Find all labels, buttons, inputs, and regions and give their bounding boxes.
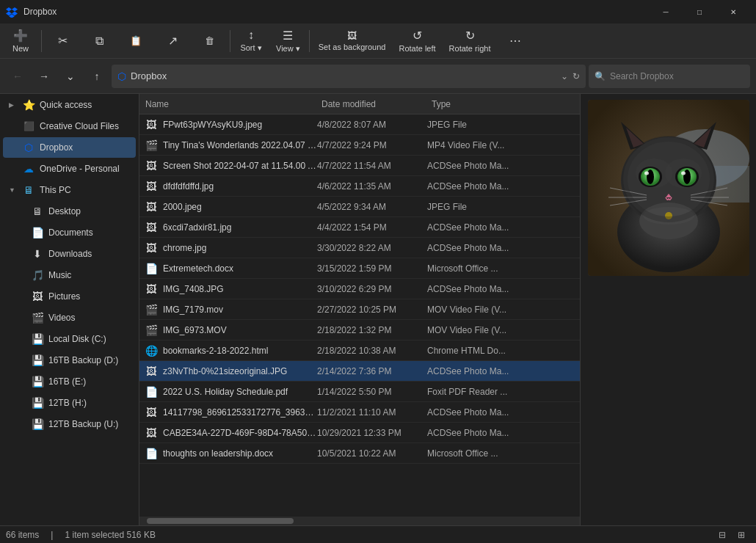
set-background-button[interactable]: 🖼 Set as background: [313, 25, 392, 57]
col-type-label: Type: [432, 99, 451, 109]
new-icon: ➕: [13, 29, 28, 43]
address-chevron-icon[interactable]: ⌄: [561, 71, 568, 81]
sidebar-item-videos[interactable]: 🎬 Videos: [3, 307, 136, 328]
search-box[interactable]: 🔍 Search Dropbox: [589, 65, 750, 88]
item-count: 66 items: [6, 530, 39, 540]
table-row[interactable]: 📄 Extremetech.docx 3/15/2022 1:59 PM Mic…: [139, 258, 580, 279]
col-header-type[interactable]: Type: [426, 94, 580, 114]
sort-label: Sort ▾: [240, 43, 261, 53]
refresh-icon[interactable]: ↻: [573, 71, 580, 81]
up-button[interactable]: ↑: [85, 65, 109, 88]
downloads-icon: ⬇: [31, 248, 44, 260]
table-row[interactable]: 🖼 2000.jpeg 4/5/2022 9:34 AM JPEG File: [139, 197, 580, 217]
back-button[interactable]: ←: [6, 65, 29, 88]
desktop-icon: 🖥: [31, 205, 44, 217]
quick-access-icon: ⭐: [22, 99, 35, 111]
sidebar-item-local-disk-c[interactable]: 💾 Local Disk (C:): [3, 329, 136, 349]
view-button[interactable]: ☰ View ▾: [270, 25, 306, 57]
table-row[interactable]: 📄 2022 U.S. Holiday Schedule.pdf 1/14/20…: [139, 382, 580, 402]
maximize-button[interactable]: □: [683, 0, 716, 23]
cc-icon: ⬛: [22, 121, 35, 131]
file-name: CAB2E34A-227D-469F-98D4-78A50D909E...: [163, 428, 317, 438]
expand-button[interactable]: ⌄: [59, 65, 82, 88]
new-button[interactable]: ➕ New: [3, 25, 38, 57]
col-date-label: Date modified: [321, 99, 376, 109]
col-header-name[interactable]: Name: [139, 94, 316, 114]
file-date: 10/5/2021 10:22 AM: [317, 448, 427, 459]
table-row[interactable]: 🖼 14117798_869612533172776_39635049254..…: [139, 402, 580, 423]
table-row[interactable]: 📄 thoughts on leadership.docx 10/5/2021 …: [139, 443, 580, 464]
file-date: 3/10/2022 6:29 PM: [317, 284, 427, 294]
cat-preview-svg: [588, 100, 749, 276]
table-row[interactable]: 🖼 Screen Shot 2022-04-07 at 11.54.00 AM.…: [139, 156, 580, 176]
sidebar-item-drive-e[interactable]: 💾 16TB (E:): [3, 371, 136, 392]
view-icon: ☰: [283, 29, 293, 43]
sidebar-item-quick-access[interactable]: ▶ ⭐ Quick access: [3, 95, 136, 115]
table-row[interactable]: 🖼 IMG_7408.JPG 3/10/2022 6:29 PM ACDSee …: [139, 279, 580, 299]
horizontal-scrollbar[interactable]: [139, 517, 580, 525]
sidebar-item-pictures[interactable]: 🖼 Pictures: [3, 286, 136, 307]
sidebar-label-backup-d: 16TB Backup (D:): [48, 355, 130, 365]
copy-icon: ⧉: [95, 34, 103, 48]
file-name: Screen Shot 2022-04-07 at 11.54.00 AM.p.…: [163, 161, 317, 171]
col-header-date[interactable]: Date modified: [316, 94, 426, 114]
paste-icon: 📋: [130, 35, 142, 46]
grid-view-button[interactable]: ⊞: [733, 528, 750, 542]
address-dropbox-icon: ⬡: [117, 70, 126, 82]
share-button[interactable]: ↗: [155, 25, 190, 57]
more-button[interactable]: ⋯: [498, 25, 533, 57]
copy-button[interactable]: ⧉: [81, 25, 117, 57]
table-row[interactable]: 🌐 bookmarks-2-18-2022.html 2/18/2022 10:…: [139, 340, 580, 361]
sidebar-label-quick-access: Quick access: [40, 100, 130, 110]
file-name: Extremetech.docx: [163, 263, 317, 274]
sidebar-item-creative-cloud[interactable]: ⬛ Creative Cloud Files: [3, 116, 136, 136]
table-row[interactable]: 🖼 FPwt63pWYAsyKU9.jpeg 4/8/2022 8:07 AM …: [139, 114, 580, 135]
table-row[interactable]: 🎬 IMG_7179.mov 2/27/2022 10:25 PM MOV Vi…: [139, 299, 580, 320]
file-icon: 🖼: [139, 242, 163, 254]
sidebar-item-documents[interactable]: 📄 Documents: [3, 222, 136, 243]
sidebar-label-desktop: Desktop: [48, 206, 130, 216]
minimize-button[interactable]: ─: [649, 0, 683, 23]
sidebar-item-backup-u[interactable]: 💾 12TB Backup (U:): [3, 414, 136, 434]
setbg-icon: 🖼: [347, 30, 357, 41]
file-type: Microsoft Office ...: [427, 263, 580, 274]
table-row[interactable]: 🎬 Tiny Tina's Wonderlands 2022.04.07 - 2…: [139, 135, 580, 156]
file-icon: 🖼: [139, 283, 163, 295]
forward-button[interactable]: →: [32, 65, 56, 88]
cut-button[interactable]: ✂: [45, 25, 80, 57]
table-row[interactable]: 🖼 z3NvThb-0%21sizeoriginal.JPG 2/14/2022…: [139, 361, 580, 382]
sidebar-item-this-pc[interactable]: ▼ 🖥 This PC: [3, 180, 136, 200]
table-row[interactable]: 🖼 6xcdi7adxir81.jpg 4/4/2022 1:54 PM ACD…: [139, 217, 580, 238]
close-button[interactable]: ✕: [716, 0, 750, 23]
rotate-left-button[interactable]: ↺ Rotate left: [393, 25, 441, 57]
address-input[interactable]: ⬡ Dropbox ⌄ ↻: [112, 65, 586, 88]
sidebar-label-creative-cloud: Creative Cloud Files: [40, 121, 130, 131]
this-pc-icon: 🖥: [22, 184, 35, 196]
delete-button[interactable]: 🗑: [192, 25, 227, 57]
file-type: ACDSee Photo Ma...: [427, 428, 580, 438]
file-date: 4/4/2022 1:54 PM: [317, 222, 427, 233]
table-row[interactable]: 🖼 dfdfdfdffd.jpg 4/6/2022 11:35 AM ACDSe…: [139, 176, 580, 197]
sidebar-item-music[interactable]: 🎵 Music: [3, 265, 136, 285]
paste-button[interactable]: 📋: [118, 25, 153, 57]
sidebar-item-desktop[interactable]: 🖥 Desktop: [3, 201, 136, 222]
details-view-button[interactable]: ⊟: [713, 528, 731, 542]
file-icon: 📄: [139, 263, 163, 274]
sidebar-item-backup-d[interactable]: 💾 16TB Backup (D:): [3, 350, 136, 371]
table-row[interactable]: 🖼 chrome.jpg 3/30/2022 8:22 AM ACDSee Ph…: [139, 238, 580, 258]
table-row[interactable]: 🖼 CAB2E34A-227D-469F-98D4-78A50D909E... …: [139, 423, 580, 443]
table-row[interactable]: 🎬 IMG_6973.MOV 2/18/2022 1:32 PM MOV Vid…: [139, 320, 580, 340]
sidebar-item-onedrive[interactable]: ☁ OneDrive - Personal: [3, 158, 136, 179]
sidebar-label-downloads: Downloads: [48, 249, 130, 259]
sort-button[interactable]: ↕ Sort ▾: [233, 25, 269, 57]
file-icon: 🖼: [139, 201, 163, 213]
cut-icon: ✂: [58, 34, 68, 48]
svg-point-18: [644, 172, 649, 175]
sidebar-item-downloads[interactable]: ⬇ Downloads: [3, 244, 136, 264]
rotright-icon: ↻: [465, 29, 475, 43]
rotate-right-button[interactable]: ↻ Rotate right: [443, 25, 497, 57]
view-label: View ▾: [276, 44, 300, 54]
scrollbar-thumb[interactable]: [147, 518, 294, 524]
sidebar-item-dropbox[interactable]: ⬡ Dropbox: [3, 137, 136, 158]
sidebar-item-drive-h[interactable]: 💾 12TB (H:): [3, 393, 136, 413]
